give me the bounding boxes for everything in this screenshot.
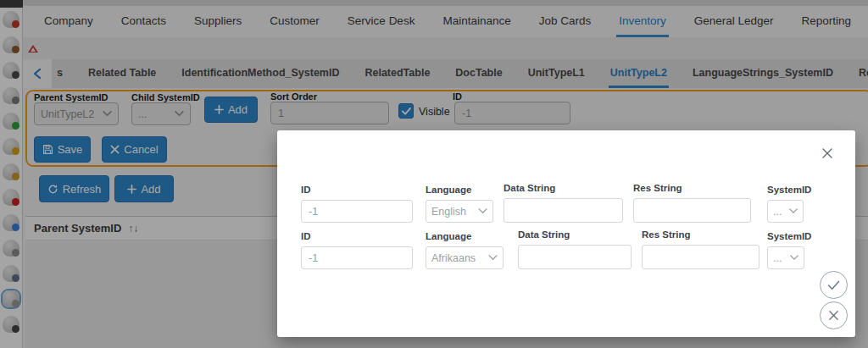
row1-systemid-label: SystemID <box>767 185 811 195</box>
row2-data-string-input[interactable] <box>518 245 632 269</box>
row2-language-value: Afrikaans <box>431 252 476 264</box>
row1-language-dropdown[interactable]: English <box>426 200 493 223</box>
row1-id-label: ID <box>301 185 311 195</box>
row1-data-string-input[interactable] <box>504 198 623 223</box>
row1-res-string-input[interactable] <box>633 198 751 223</box>
row1-id-input[interactable] <box>301 200 413 223</box>
row1-systemid-dropdown[interactable]: ... <box>767 200 804 223</box>
row2-systemid-dropdown[interactable]: ... <box>767 246 804 269</box>
row2-res-string-input[interactable] <box>642 245 760 269</box>
row1-language-value: English <box>431 206 466 218</box>
row2-id-input[interactable] <box>301 246 413 269</box>
row2-systemid-label: SystemID <box>767 231 811 241</box>
chevron-down-icon <box>790 255 798 261</box>
row1-data-string-label: Data String <box>504 183 555 193</box>
row2-data-string-label: Data String <box>518 229 570 240</box>
dialog-confirm-button[interactable] <box>820 271 848 299</box>
row2-res-string-label: Res String <box>642 229 691 240</box>
dialog-close-button[interactable] <box>820 146 835 161</box>
chevron-down-icon <box>488 255 498 261</box>
row2-language-dropdown[interactable]: Afrikaans <box>426 246 504 269</box>
row2-id-label: ID <box>301 231 311 241</box>
row1-systemid-value: ... <box>773 206 782 218</box>
chevron-down-icon <box>478 208 487 214</box>
row1-language-label: Language <box>426 185 471 195</box>
row1-res-string-label: Res String <box>633 183 682 193</box>
language-strings-dialog: ID Language English Data String Res Stri… <box>277 130 855 337</box>
circle-x-icon <box>828 310 839 321</box>
circle-check-icon <box>827 280 840 290</box>
chevron-down-icon <box>789 208 798 214</box>
dialog-cancel-button[interactable] <box>820 301 848 329</box>
row2-language-label: Language <box>426 231 471 241</box>
close-icon <box>821 147 833 159</box>
row2-systemid-value: ... <box>773 252 782 264</box>
app-window: Company Contacts Suppliers Customer Serv… <box>0 0 868 348</box>
